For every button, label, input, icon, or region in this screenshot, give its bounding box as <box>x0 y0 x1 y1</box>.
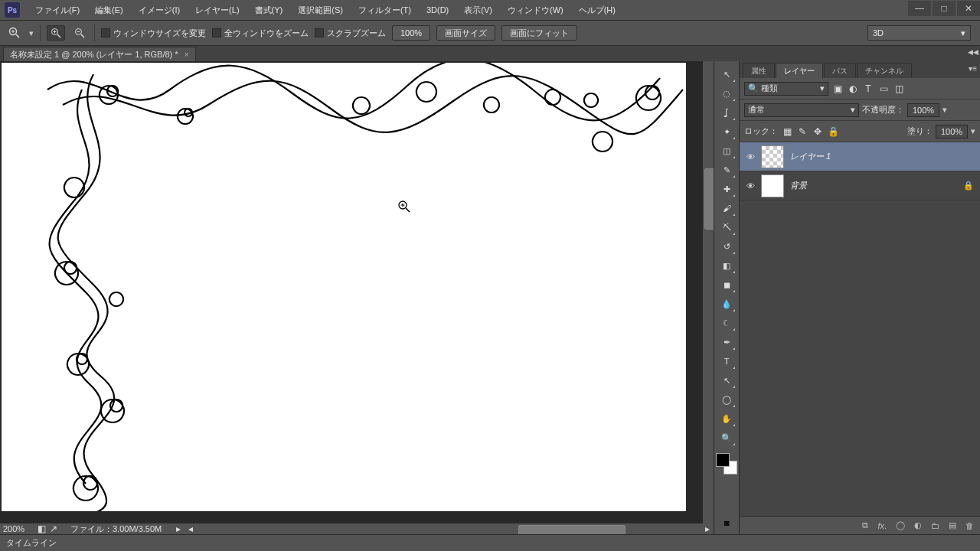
menu-item[interactable]: 選択範囲(S) <box>290 0 351 21</box>
type-tool[interactable]: T <box>717 353 736 370</box>
lock-all-icon[interactable]: 🔒 <box>827 126 839 138</box>
layer-name[interactable]: 背景 <box>790 180 807 191</box>
zoom-tool[interactable]: 🔍 <box>717 429 736 446</box>
layer-filter-kind[interactable]: 🔍 種類▾ <box>744 82 828 96</box>
blend-mode-select[interactable]: 通常▾ <box>744 103 859 117</box>
fill-field[interactable]: 100% <box>936 125 968 139</box>
lock-move-icon[interactable]: ✥ <box>812 126 824 138</box>
blur-tool[interactable]: 💧 <box>717 295 736 312</box>
menu-item[interactable]: イメージ(I) <box>131 0 188 21</box>
filter-shape-icon[interactable]: ▭ <box>877 83 890 95</box>
file-info: ファイル：3.00M/3.50M <box>60 523 172 535</box>
export-icon[interactable]: ↗ <box>47 523 60 534</box>
delete-layer-icon[interactable]: 🗑 <box>965 521 974 530</box>
menu-item[interactable]: レイヤー(L) <box>188 0 247 21</box>
visibility-icon[interactable]: 👁 <box>740 181 761 191</box>
menu-item[interactable]: ファイル(F) <box>28 0 87 21</box>
scrubby-zoom-chk[interactable]: スクラブズーム <box>315 28 386 39</box>
eraser-tool[interactable]: ◧ <box>717 257 736 274</box>
zoom-100-button[interactable]: 100% <box>392 25 430 41</box>
lasso-tool[interactable]: ʆ <box>717 104 736 121</box>
maximize-button[interactable]: □ <box>933 1 956 16</box>
hand-tool[interactable]: ✋ <box>717 410 736 427</box>
zoom-out-button[interactable] <box>71 24 88 41</box>
layer-thumb[interactable] <box>761 145 784 168</box>
filter-adjust-icon[interactable]: ◐ <box>847 83 859 95</box>
svg-line-9 <box>81 34 84 37</box>
expand-panels-icon[interactable]: ◀◀ <box>968 48 978 56</box>
color-swatch[interactable] <box>716 453 737 474</box>
panel-menu-icon[interactable]: ▾≡ <box>969 64 977 73</box>
fit-window-button[interactable]: 画面にフィット <box>501 25 577 41</box>
link-layers-icon[interactable]: ⧉ <box>862 520 868 530</box>
visibility-icon[interactable]: 👁 <box>740 152 761 161</box>
layer-row[interactable]: 👁背景🔒 <box>740 171 980 201</box>
marquee-tool[interactable]: ◌ <box>717 85 736 102</box>
workspace: 200% ◧ ↗ ファイル：3.00M/3.50M ▸ ◂ ▸ ↖◌ʆ✦◫✎✚🖌… <box>0 61 980 534</box>
timeline-button[interactable]: タイムライン <box>6 537 57 549</box>
fit-screen-button[interactable]: 画面サイズ <box>436 25 495 41</box>
menu-item[interactable]: ヘルプ(H) <box>571 0 623 21</box>
zoom-in-button[interactable] <box>47 25 65 41</box>
shape-tool[interactable]: ◯ <box>717 391 736 408</box>
document-tabs: 名称未設定 1 @ 200% (レイヤー 1, RGB/8) *× ◀◀ <box>0 46 980 61</box>
stamp-tool[interactable]: ⛏ <box>717 219 736 236</box>
lock-trans-icon[interactable]: ▦ <box>781 126 793 138</box>
mask-icon[interactable]: ◯ <box>896 520 905 530</box>
resize-window-chk[interactable]: ウィンドウサイズを変更 <box>101 28 206 39</box>
history-brush-tool[interactable]: ↺ <box>717 238 736 255</box>
adjustment-icon[interactable]: ◐ <box>914 520 922 530</box>
menu-item[interactable]: 3D(D) <box>419 0 456 21</box>
vertical-scrollbar[interactable] <box>703 61 714 523</box>
close-tab-icon[interactable]: × <box>185 50 189 59</box>
info-arrow-icon[interactable]: ▸ <box>172 523 185 534</box>
layer-row[interactable]: 👁レイヤー 1 <box>740 142 980 171</box>
menu-bar: Ps ファイル(F)編集(E)イメージ(I)レイヤー(L)書式(Y)選択範囲(S… <box>0 0 980 21</box>
menu-item[interactable]: フィルター(T) <box>351 0 419 21</box>
opacity-field[interactable]: 100% <box>907 103 939 117</box>
svg-line-13 <box>406 208 410 212</box>
zoom-field[interactable]: 200% <box>0 524 35 533</box>
menu-item[interactable]: ウィンドウ(W) <box>500 0 571 21</box>
panels: 属性レイヤーパスチャンネル▾≡ 🔍 種類▾ ▣ ◐ T ▭ ◫ 通常▾ 不透明度… <box>739 61 980 534</box>
workspace-select[interactable]: 3D▾ <box>867 25 971 41</box>
crop-tool[interactable]: ◫ <box>717 142 736 159</box>
layer-name[interactable]: レイヤー 1 <box>790 151 831 162</box>
group-icon[interactable]: 🗀 <box>931 521 939 530</box>
panel-tab[interactable]: 属性 <box>743 63 775 78</box>
filter-image-icon[interactable]: ▣ <box>831 83 844 95</box>
minimize-button[interactable]: — <box>908 1 931 16</box>
move-tool[interactable]: ↖ <box>717 66 736 83</box>
filter-type-icon[interactable]: T <box>862 83 874 95</box>
canvas-area[interactable]: 200% ◧ ↗ ファイル：3.00M/3.50M ▸ ◂ ▸ <box>0 61 714 534</box>
zoom-all-chk[interactable]: 全ウィンドウをズーム <box>212 28 309 39</box>
filter-smart-icon[interactable]: ◫ <box>893 83 905 95</box>
panel-tab[interactable]: パス <box>824 63 856 78</box>
fill-label: 塗り： <box>907 126 933 137</box>
dodge-tool[interactable]: ☾ <box>717 315 736 331</box>
lock-label: ロック： <box>744 126 778 137</box>
horizontal-scrollbar[interactable] <box>197 523 701 534</box>
lock-paint-icon[interactable]: ✎ <box>796 126 808 138</box>
eyedropper-tool[interactable]: ✎ <box>717 161 736 178</box>
wand-tool[interactable]: ✦ <box>717 123 736 140</box>
color-profile-icon[interactable]: ◧ <box>35 523 47 534</box>
panel-tab[interactable]: チャンネル <box>857 63 912 78</box>
healing-tool[interactable]: ✚ <box>717 181 736 197</box>
pen-tool[interactable]: ✒ <box>717 334 736 350</box>
close-button[interactable]: ✕ <box>957 1 980 16</box>
path-select-tool[interactable]: ↖ <box>717 372 736 389</box>
gradient-tool[interactable]: ◼ <box>717 276 736 293</box>
menu-item[interactable]: 編集(E) <box>87 0 131 21</box>
menu-item[interactable]: 表示(V) <box>456 0 500 21</box>
svg-line-1 <box>16 34 19 37</box>
document-tab[interactable]: 名称未設定 1 @ 200% (レイヤー 1, RGB/8) *× <box>3 47 196 61</box>
layer-thumb[interactable] <box>761 174 784 197</box>
fx-icon[interactable]: fx. <box>877 521 887 530</box>
panel-tab[interactable]: レイヤー <box>776 63 823 78</box>
menu-item[interactable]: 書式(Y) <box>247 0 291 21</box>
new-layer-icon[interactable]: ▤ <box>949 520 956 530</box>
brush-tool[interactable]: 🖌 <box>717 200 736 217</box>
quickmask-icon[interactable]: ◙ <box>717 516 736 530</box>
window-controls: — □ ✕ <box>906 4 980 16</box>
